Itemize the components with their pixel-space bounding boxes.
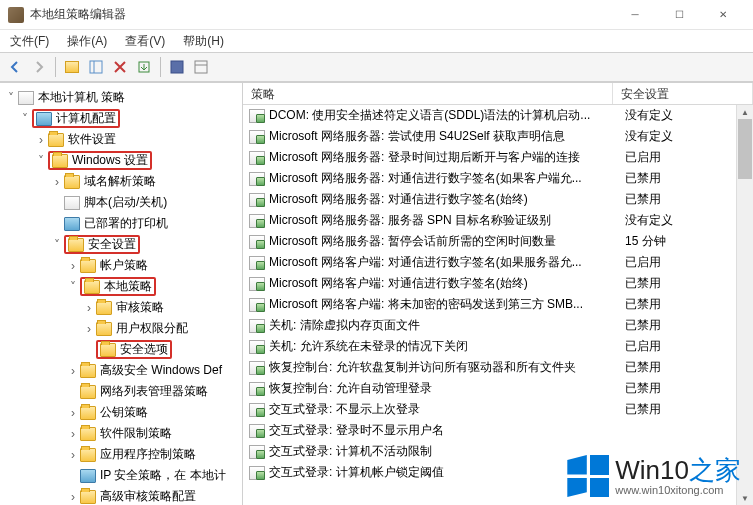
tree-security-options[interactable]: 安全选项 xyxy=(0,339,242,360)
maximize-button[interactable]: ☐ xyxy=(657,1,701,29)
refresh-button[interactable] xyxy=(190,56,212,78)
export-button[interactable] xyxy=(133,56,155,78)
chevron-right-icon[interactable]: › xyxy=(66,490,80,504)
policy-name: Microsoft 网络客户端: 对通信进行数字签名(如果服务器允... xyxy=(269,254,619,271)
minimize-button[interactable]: ─ xyxy=(613,1,657,29)
ipsec-icon xyxy=(80,469,96,483)
menu-view[interactable]: 查看(V) xyxy=(121,31,169,52)
menu-help[interactable]: 帮助(H) xyxy=(179,31,228,52)
menu-bar: 文件(F) 操作(A) 查看(V) 帮助(H) xyxy=(0,30,753,52)
tree-software-restrict[interactable]: › 软件限制策略 xyxy=(0,423,242,444)
chevron-down-icon[interactable]: ˅ xyxy=(66,280,80,294)
policy-row[interactable]: Microsoft 网络服务器: 尝试使用 S4U2Self 获取声明信息没有定… xyxy=(243,126,753,147)
chevron-down-icon[interactable]: ˅ xyxy=(18,112,32,126)
svg-rect-0 xyxy=(90,61,102,73)
chevron-right-icon[interactable]: › xyxy=(34,133,48,147)
policy-name: Microsoft 网络服务器: 登录时间过期后断开与客户端的连接 xyxy=(269,149,619,166)
folder-icon xyxy=(80,427,96,441)
policy-name: 交互式登录: 不显示上次登录 xyxy=(269,401,619,418)
tree-public-key[interactable]: › 公钥策略 xyxy=(0,402,242,423)
tree-user-rights[interactable]: › 用户权限分配 xyxy=(0,318,242,339)
tree-label: 高级审核策略配置 xyxy=(100,488,196,505)
tree-adv-win-def[interactable]: › 高级安全 Windows Def xyxy=(0,360,242,381)
chevron-right-icon[interactable]: › xyxy=(82,301,96,315)
chevron-right-icon[interactable]: › xyxy=(66,448,80,462)
tree-account-policies[interactable]: › 帐户策略 xyxy=(0,255,242,276)
chevron-right-icon[interactable]: › xyxy=(66,364,80,378)
back-button[interactable] xyxy=(4,56,26,78)
toolbar-separator xyxy=(55,57,56,77)
tree-label: 应用程序控制策略 xyxy=(100,446,196,463)
up-button[interactable] xyxy=(61,56,83,78)
policy-item-icon xyxy=(249,172,265,186)
tree-audit-policy[interactable]: › 审核策略 xyxy=(0,297,242,318)
scroll-down-icon[interactable]: ▼ xyxy=(737,491,753,505)
policy-row[interactable]: Microsoft 网络服务器: 登录时间过期后断开与客户端的连接已启用 xyxy=(243,147,753,168)
chevron-right-icon[interactable]: › xyxy=(66,427,80,441)
policy-item-icon xyxy=(249,235,265,249)
policy-setting: 没有定义 xyxy=(619,128,753,145)
policy-row[interactable]: 交互式登录: 计算机不活动限制 xyxy=(243,441,753,462)
chevron-down-icon[interactable]: ˅ xyxy=(34,154,48,168)
policy-row[interactable]: 交互式登录: 不显示上次登录已禁用 xyxy=(243,399,753,420)
menu-file[interactable]: 文件(F) xyxy=(6,31,53,52)
policy-setting: 已禁用 xyxy=(619,359,753,376)
policy-row[interactable]: 关机: 允许系统在未登录的情况下关闭已启用 xyxy=(243,336,753,357)
policy-row[interactable]: Microsoft 网络服务器: 对通信进行数字签名(始终)已禁用 xyxy=(243,189,753,210)
policy-row[interactable]: Microsoft 网络服务器: 暂停会话前所需的空闲时间数量15 分钟 xyxy=(243,231,753,252)
policy-setting: 没有定义 xyxy=(619,107,753,124)
delete-button[interactable] xyxy=(109,56,131,78)
policy-row[interactable]: DCOM: 使用安全描述符定义语言(SDDL)语法的计算机启动...没有定义 xyxy=(243,105,753,126)
policy-row[interactable]: Microsoft 网络客户端: 对通信进行数字签名(始终)已禁用 xyxy=(243,273,753,294)
tree-ip-sec[interactable]: IP 安全策略，在 本地计 xyxy=(0,465,242,486)
tree-scripts[interactable]: 脚本(启动/关机) xyxy=(0,192,242,213)
policy-row[interactable]: Microsoft 网络服务器: 对通信进行数字签名(如果客户端允...已禁用 xyxy=(243,168,753,189)
policy-row[interactable]: Microsoft 网络服务器: 服务器 SPN 目标名称验证级别没有定义 xyxy=(243,210,753,231)
forward-button[interactable] xyxy=(28,56,50,78)
policy-item-icon xyxy=(249,109,265,123)
chevron-down-icon[interactable]: ˅ xyxy=(50,238,64,252)
policy-row[interactable]: 交互式登录: 登录时不显示用户名 xyxy=(243,420,753,441)
tree-root[interactable]: ˅ 本地计算机 策略 xyxy=(0,87,242,108)
chevron-right-icon[interactable]: › xyxy=(66,259,80,273)
column-policy[interactable]: 策略 xyxy=(243,83,613,104)
policy-row[interactable]: 恢复控制台: 允许自动管理登录已禁用 xyxy=(243,378,753,399)
tree-software-settings[interactable]: › 软件设置 xyxy=(0,129,242,150)
policy-row[interactable]: Microsoft 网络客户端: 将未加密的密码发送到第三方 SMB...已禁用 xyxy=(243,294,753,315)
policy-tree: ˅ 本地计算机 策略 ˅ 计算机配置 › 软件设置 ˅ xyxy=(0,87,242,505)
tree-pane: ˅ 本地计算机 策略 ˅ 计算机配置 › 软件设置 ˅ xyxy=(0,83,243,505)
show-hide-tree-button[interactable] xyxy=(85,56,107,78)
printer-icon xyxy=(64,217,80,231)
tree-adv-audit[interactable]: › 高级审核策略配置 xyxy=(0,486,242,505)
chevron-right-icon[interactable]: › xyxy=(66,406,80,420)
tree-label: 本地策略 xyxy=(104,278,152,295)
properties-button[interactable] xyxy=(166,56,188,78)
column-setting[interactable]: 安全设置 xyxy=(613,83,753,104)
policy-row[interactable]: 交互式登录: 计算机帐户锁定阈值 xyxy=(243,462,753,483)
tree-computer-config[interactable]: ˅ 计算机配置 xyxy=(0,108,242,129)
tree-network-list[interactable]: 网络列表管理器策略 xyxy=(0,381,242,402)
menu-action[interactable]: 操作(A) xyxy=(63,31,111,52)
policy-row[interactable]: 关机: 清除虚拟内存页面文件已禁用 xyxy=(243,315,753,336)
policy-row[interactable]: 恢复控制台: 允许软盘复制并访问所有驱动器和所有文件夹已禁用 xyxy=(243,357,753,378)
tree-security-settings[interactable]: ˅ 安全设置 xyxy=(0,234,242,255)
tree-app-control[interactable]: › 应用程序控制策略 xyxy=(0,444,242,465)
title-bar: 本地组策略编辑器 ─ ☐ ✕ xyxy=(0,0,753,30)
policy-row[interactable]: Microsoft 网络客户端: 对通信进行数字签名(如果服务器允...已启用 xyxy=(243,252,753,273)
chevron-down-icon[interactable]: ˅ xyxy=(4,91,18,105)
tree-name-resolution[interactable]: › 域名解析策略 xyxy=(0,171,242,192)
policy-item-icon xyxy=(249,403,265,417)
chevron-right-icon[interactable]: › xyxy=(50,175,64,189)
tree-local-policies[interactable]: ˅ 本地策略 xyxy=(0,276,242,297)
tree-windows-settings[interactable]: ˅ Windows 设置 xyxy=(0,150,242,171)
close-button[interactable]: ✕ xyxy=(701,1,745,29)
chevron-right-icon[interactable]: › xyxy=(82,322,96,336)
policy-name: Microsoft 网络服务器: 暂停会话前所需的空闲时间数量 xyxy=(269,233,619,250)
blank-icon xyxy=(50,217,64,231)
tree-deployed-printers[interactable]: 已部署的打印机 xyxy=(0,213,242,234)
tree-label: 审核策略 xyxy=(116,299,164,316)
scroll-thumb[interactable] xyxy=(738,119,752,179)
scroll-up-icon[interactable]: ▲ xyxy=(737,105,753,119)
vertical-scrollbar[interactable]: ▲ ▼ xyxy=(736,105,753,505)
policy-setting: 已禁用 xyxy=(619,380,753,397)
